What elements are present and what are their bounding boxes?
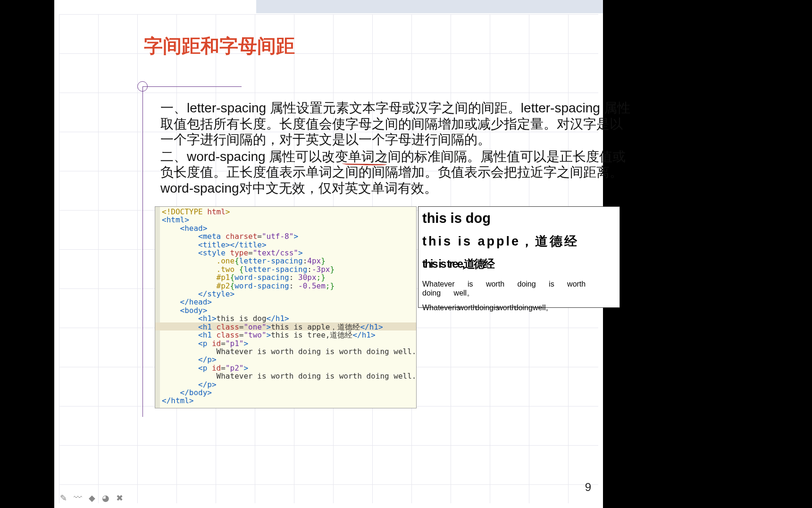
body-text: 一、letter-spacing 属性设置元素文本字母或汉字之间的间距。lett… <box>160 100 632 197</box>
code-example-box: <!DOCTYPE html> <html> <head> <meta char… <box>155 206 417 408</box>
annotation-toolbar: ✎ 〰 ◆ ◕ ✖ <box>60 493 123 503</box>
paragraph-2: 二、word-spacing 属性可以改变单词之间的标准间隔。属性值可以是正长度… <box>160 149 632 196</box>
paragraph-1: 一、letter-spacing 属性设置元素文本字母或汉字之间的间距。lett… <box>160 100 632 148</box>
render-h1-default: this is dog <box>422 211 616 226</box>
shape-tool-icon[interactable]: ◆ <box>89 493 95 503</box>
corner-decoration <box>137 81 148 92</box>
pen-tool-icon[interactable]: ✎ <box>60 493 67 503</box>
slide-title: 字间距和字母间距 <box>144 33 295 59</box>
render-h1-letterspacing-neg: this is tree,道德经 <box>422 256 616 271</box>
slide-page: 字间距和字母间距 一、letter-spacing 属性设置元素文本字母或汉字之… <box>54 0 603 508</box>
rendered-output-box: this is dog this is apple，道德经 this is tr… <box>418 206 620 308</box>
red-underline-annotation <box>342 160 387 166</box>
clear-tool-icon[interactable]: ✖ <box>116 493 123 503</box>
render-h1-letterspacing-pos: this is apple，道德经 <box>422 233 616 250</box>
page-number: 9 <box>585 481 591 494</box>
top-shade <box>256 0 603 13</box>
render-p-wordspacing-pos: Whatever is worth doing is worth doing w… <box>422 280 616 298</box>
wave-tool-icon[interactable]: 〰 <box>74 493 82 503</box>
eraser-tool-icon[interactable]: ◕ <box>102 493 109 503</box>
render-p-wordspacing-neg: Whateveris worth doingis worth doingwell… <box>422 303 616 313</box>
code-content: <!DOCTYPE html> <html> <head> <meta char… <box>162 208 416 405</box>
